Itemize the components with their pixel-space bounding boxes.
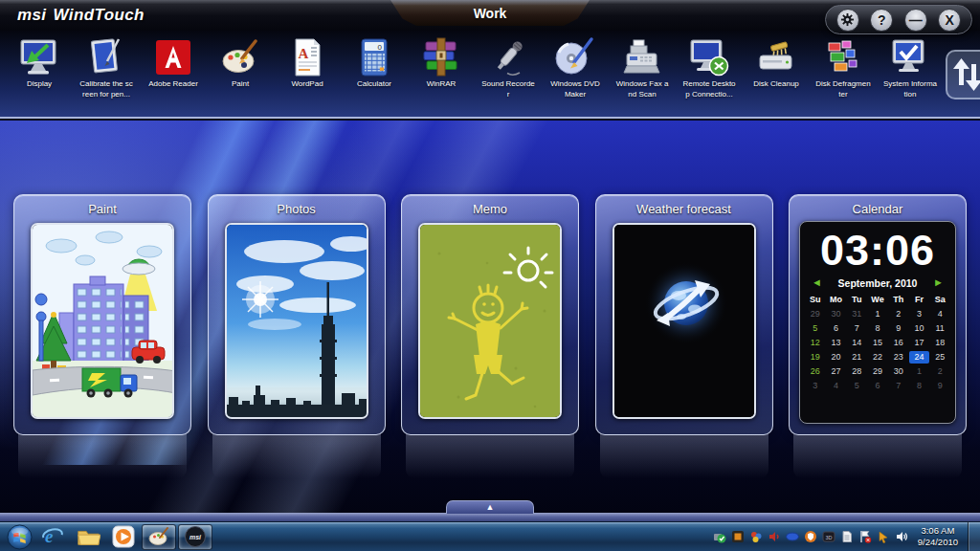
toolbar-item-dvd-maker[interactable]: Windows DVD Maker <box>542 35 609 100</box>
calendar-day[interactable]: 2 <box>929 365 950 378</box>
card-paint[interactable]: Paint <box>13 194 191 435</box>
taskbar-button-media-player[interactable] <box>107 524 140 550</box>
card-memo[interactable]: Memo <box>401 194 579 435</box>
calendar-day[interactable]: 1 <box>867 308 888 320</box>
dvd-disc-pen-icon <box>553 35 597 79</box>
calendar-day[interactable]: 3 <box>909 308 930 320</box>
calendar-day-header: Fr <box>909 295 930 306</box>
calendar-day[interactable]: 7 <box>888 380 909 392</box>
help-icon: ? <box>878 13 886 27</box>
calendar-day[interactable]: 10 <box>909 322 930 335</box>
toolbar-item-remote-desktop[interactable]: Remote Deskto p Connectio... <box>676 35 743 100</box>
toolbar-item-sound-recorder[interactable]: Sound Recorde r <box>475 35 542 100</box>
tray-utility-color-icon[interactable] <box>749 530 764 544</box>
toolbar-item-display[interactable]: Display <box>6 35 73 100</box>
calendar-day[interactable]: 1 <box>909 365 930 378</box>
calendar-day[interactable]: 4 <box>826 380 847 392</box>
calendar-day[interactable]: 25 <box>929 351 950 364</box>
calendar-day[interactable]: 15 <box>867 337 888 349</box>
settings-button[interactable] <box>836 9 859 32</box>
card-title: Paint <box>14 202 190 216</box>
calendar-day[interactable]: 19 <box>805 351 826 364</box>
calendar-day[interactable]: 27 <box>826 365 847 378</box>
tray-msi-icon[interactable] <box>786 530 800 544</box>
show-desktop-button[interactable] <box>968 522 980 551</box>
tray-action-center-flag-icon[interactable] <box>858 530 873 544</box>
calendar-day[interactable]: 21 <box>846 351 867 364</box>
calendar-day[interactable]: 7 <box>846 322 867 335</box>
calendar-day[interactable]: 6 <box>867 380 888 392</box>
up-down-arrows-icon <box>948 54 980 96</box>
prev-month-arrow[interactable]: ◄ <box>812 277 822 288</box>
calendar-day[interactable]: 18 <box>929 337 950 349</box>
tab-work[interactable]: Work <box>390 0 590 26</box>
toolbar-item-label: Adobe Reader <box>148 79 198 90</box>
calendar-day[interactable]: 4 <box>929 308 950 320</box>
calendar-day[interactable]: 17 <box>909 337 930 349</box>
start-button[interactable] <box>3 522 35 551</box>
toolbar-item-system-information[interactable]: System Informa tion <box>877 35 944 100</box>
toolbar-item-paint[interactable]: Paint <box>207 35 274 100</box>
calendar-day[interactable]: 5 <box>805 322 826 335</box>
toolbar-item-fax-scan[interactable]: Windows Fax a nd Scan <box>609 35 676 100</box>
minimize-button[interactable]: — <box>904 9 927 32</box>
card-calendar[interactable]: Calendar 03:06 ◄ September, 2010 ► SuMoT… <box>789 194 967 435</box>
taskbar-button-msi-windtouch[interactable]: msi <box>178 524 212 550</box>
calendar-day[interactable]: 20 <box>826 351 847 364</box>
calendar-day[interactable]: 28 <box>846 365 867 378</box>
tray-security-icon[interactable] <box>804 530 818 544</box>
calendar-day[interactable]: 16 <box>888 337 909 349</box>
calendar-day[interactable]: 12 <box>805 337 826 349</box>
calendar-day[interactable]: 31 <box>846 308 867 320</box>
calendar-day[interactable]: 11 <box>929 322 950 335</box>
taskbar-clock[interactable]: 3:06 AM 9/24/2010 <box>918 525 958 549</box>
main-area: Paint <box>0 121 980 521</box>
card-weather[interactable]: Weather forecast <box>595 194 773 435</box>
taskbar-button-paint[interactable] <box>142 524 176 550</box>
paint-palette-icon <box>147 525 170 548</box>
paint-drawing-image <box>33 225 174 419</box>
calendar-day[interactable]: 26 <box>805 365 826 378</box>
close-button[interactable]: X <box>938 9 961 32</box>
calendar-day[interactable]: 9 <box>929 380 950 392</box>
toolbar-scroll-button[interactable] <box>946 50 980 99</box>
toolbar-item-wordpad[interactable]: A WordPad <box>274 35 341 100</box>
toolbar-item-label: Calculator <box>357 79 391 90</box>
calendar-day[interactable]: 29 <box>867 365 888 378</box>
toolbar-item-label: Windows DVD Maker <box>550 79 600 100</box>
tray-app-orange-icon[interactable] <box>731 530 746 544</box>
calendar-day-selected[interactable]: 24 <box>909 351 930 364</box>
calendar-day[interactable]: 23 <box>888 351 909 364</box>
calendar-day[interactable]: 30 <box>888 365 909 378</box>
tray-3d-app-icon[interactable]: 3D <box>822 530 836 544</box>
toolbar-item-disk-defragmenter[interactable]: Disk Defragmen ter <box>810 35 877 100</box>
toolbar-item-calibrate-screen[interactable]: Calibrate the sc reen for pen... <box>73 35 140 100</box>
calendar-day[interactable]: 30 <box>826 308 847 320</box>
toolbar-item-calculator[interactable]: 0 Calculator <box>341 35 408 100</box>
tray-document-icon[interactable] <box>840 530 855 544</box>
tray-pointer-icon[interactable] <box>877 530 891 544</box>
calendar-day[interactable]: 14 <box>846 337 867 349</box>
toolbar-item-disk-cleanup[interactable]: Disk Cleanup <box>743 35 810 100</box>
calendar-day[interactable]: 8 <box>909 380 930 392</box>
toolbar-item-winrar[interactable]: WinRAR <box>408 35 475 100</box>
help-button[interactable]: ? <box>870 9 893 32</box>
calendar-day[interactable]: 8 <box>867 322 888 335</box>
next-month-arrow[interactable]: ► <box>933 277 944 288</box>
taskbar-button-internet-explorer[interactable]: e <box>36 524 69 550</box>
drawer-pull-handle[interactable]: ▲ <box>446 500 534 514</box>
calendar-day[interactable]: 3 <box>805 380 826 392</box>
calendar-day[interactable]: 13 <box>826 337 847 349</box>
card-photos[interactable]: Photos <box>208 194 386 435</box>
calendar-day[interactable]: 2 <box>888 308 909 320</box>
taskbar-button-windows-explorer[interactable] <box>71 524 105 550</box>
calendar-day[interactable]: 22 <box>867 351 888 364</box>
calendar-day[interactable]: 29 <box>805 308 826 320</box>
calendar-day[interactable]: 9 <box>888 322 909 335</box>
toolbar-item-adobe-reader[interactable]: Adobe Reader <box>140 35 207 100</box>
calendar-day[interactable]: 6 <box>826 322 847 335</box>
tray-volume-icon[interactable] <box>895 530 909 544</box>
tray-status-green-icon[interactable] <box>713 530 727 544</box>
calendar-day[interactable]: 5 <box>846 380 867 392</box>
tray-audio-manager-icon[interactable] <box>768 530 782 544</box>
